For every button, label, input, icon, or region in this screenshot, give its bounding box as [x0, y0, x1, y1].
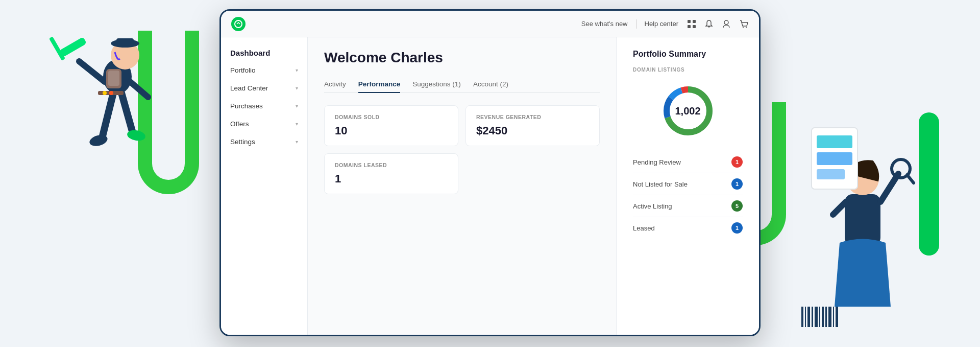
cart-icon[interactable] — [739, 19, 749, 29]
svg-rect-43 — [688, 25, 691, 28]
domains-sold-value: 10 — [335, 124, 448, 137]
sidebar-dashboard[interactable]: Dashboard — [221, 42, 307, 61]
svg-rect-28 — [801, 307, 803, 327]
bell-icon[interactable] — [704, 19, 714, 29]
svg-rect-13 — [108, 71, 119, 86]
listing-row-leased: Leased 1 — [633, 217, 743, 239]
sidebar-settings-label: Settings — [230, 138, 255, 146]
sidebar-lead-center-label: Lead Center — [230, 84, 268, 92]
illustration-left — [31, 15, 179, 296]
svg-rect-35 — [825, 307, 827, 327]
donut-chart: 1,002 — [660, 83, 716, 139]
svg-rect-38 — [836, 307, 838, 327]
svg-rect-26 — [817, 152, 852, 165]
tab-account[interactable]: Account (2) — [473, 76, 508, 93]
sidebar-offers-label: Offers — [230, 120, 249, 128]
svg-rect-29 — [805, 307, 806, 327]
stat-domains-leased: DOMAINS LEASED 1 — [324, 153, 458, 194]
sidebar-item-offers[interactable]: Offers ▾ — [221, 115, 307, 133]
browser-content-split: Welcome Charles Activity Performance Sug… — [308, 37, 759, 335]
grid-icon[interactable] — [687, 19, 697, 29]
stat-revenue: REVENUE GENERATED $2450 — [465, 105, 600, 146]
svg-rect-32 — [815, 307, 818, 327]
svg-point-40 — [235, 20, 242, 28]
svg-rect-31 — [812, 307, 813, 327]
domains-leased-value: 1 — [335, 172, 448, 186]
stats-grid: DOMAINS SOLD 10 REVENUE GENERATED $2450 … — [324, 105, 600, 194]
svg-rect-37 — [833, 307, 834, 327]
help-center-link[interactable]: Help center — [645, 20, 678, 28]
lead-center-chevron: ▾ — [296, 85, 298, 91]
sidebar-item-settings[interactable]: Settings ▾ — [221, 133, 307, 151]
svg-rect-36 — [828, 307, 831, 327]
svg-line-4 — [79, 61, 105, 82]
svg-line-8 — [102, 93, 113, 138]
sidebar-purchases-label: Purchases — [230, 102, 263, 110]
content-area: Welcome Charles Activity Performance Sug… — [308, 37, 616, 335]
stat-domains-sold: DOMAINS SOLD 10 — [324, 105, 458, 146]
svg-rect-30 — [807, 307, 810, 327]
user-icon[interactable] — [721, 19, 731, 29]
revenue-value: $2450 — [476, 124, 589, 137]
active-listing-badge: 5 — [731, 200, 743, 212]
portfolio-summary: Portfolio Summary DOMAIN LISTINGS — [616, 37, 759, 335]
svg-line-23 — [833, 202, 846, 215]
tab-activity[interactable]: Activity — [324, 76, 346, 93]
svg-rect-44 — [693, 25, 696, 28]
svg-rect-34 — [822, 307, 824, 327]
donut-chart-container: 1,002 — [633, 83, 743, 139]
svg-rect-18 — [845, 194, 880, 245]
top-nav: See what's new Help center — [581, 19, 749, 29]
leased-badge: 1 — [731, 222, 743, 234]
svg-line-5 — [130, 82, 148, 97]
illustration-right — [796, 112, 939, 337]
svg-rect-27 — [817, 169, 845, 179]
browser-main: Dashboard Portfolio ▾ Lead Center ▾ Purc… — [221, 37, 759, 335]
settings-chevron: ▾ — [296, 139, 298, 145]
listing-row-not-listed: Not Listed for Sale 1 — [633, 173, 743, 195]
app-logo — [231, 17, 246, 31]
listing-rows: Pending Review 1 Not Listed for Sale 1 A… — [633, 151, 743, 239]
svg-point-45 — [724, 20, 728, 25]
svg-point-46 — [743, 27, 744, 28]
tab-performance[interactable]: Performance — [358, 76, 401, 93]
svg-line-9 — [121, 93, 133, 133]
not-listed-badge: 1 — [731, 178, 743, 190]
svg-rect-42 — [693, 20, 696, 23]
portfolio-title: Portfolio Summary — [633, 50, 743, 59]
not-listed-label: Not Listed for Sale — [633, 180, 688, 188]
purchases-chevron: ▾ — [296, 103, 298, 109]
svg-point-16 — [109, 91, 113, 95]
svg-rect-3 — [116, 38, 134, 46]
sidebar-portfolio-label: Portfolio — [230, 66, 256, 74]
listing-row-pending: Pending Review 1 — [633, 151, 743, 173]
pending-review-label: Pending Review — [633, 158, 681, 166]
leased-label: Leased — [633, 224, 655, 232]
pending-review-badge: 1 — [731, 156, 743, 168]
svg-point-15 — [103, 91, 107, 95]
sidebar-item-purchases[interactable]: Purchases ▾ — [221, 97, 307, 115]
domains-leased-label: DOMAINS LEASED — [335, 162, 448, 168]
svg-rect-6 — [59, 37, 87, 57]
svg-rect-39 — [919, 112, 939, 256]
sidebar-item-lead-center[interactable]: Lead Center ▾ — [221, 79, 307, 97]
donut-value: 1,002 — [675, 105, 700, 117]
listing-row-active: Active Listing 5 — [633, 195, 743, 217]
domain-listings-label: DOMAIN LISTINGS — [633, 67, 743, 73]
svg-rect-41 — [688, 20, 691, 23]
sidebar-item-portfolio[interactable]: Portfolio ▾ — [221, 61, 307, 79]
browser-window: See what's new Help center — [219, 9, 761, 336]
active-listing-label: Active Listing — [633, 202, 672, 210]
tab-suggestions[interactable]: Suggestions (1) — [412, 76, 461, 93]
revenue-label: REVENUE GENERATED — [476, 114, 589, 120]
browser-topbar: See what's new Help center — [221, 11, 759, 37]
nav-divider — [636, 19, 636, 29]
see-whats-new[interactable]: See what's new — [581, 20, 628, 28]
svg-line-22 — [907, 175, 914, 183]
offers-chevron: ▾ — [296, 121, 298, 127]
sidebar: Dashboard Portfolio ▾ Lead Center ▾ Purc… — [221, 37, 308, 335]
tabs: Activity Performance Suggestions (1) Acc… — [324, 76, 600, 93]
svg-rect-25 — [817, 135, 852, 148]
portfolio-chevron: ▾ — [296, 67, 298, 73]
page-title: Welcome Charles — [324, 50, 600, 66]
